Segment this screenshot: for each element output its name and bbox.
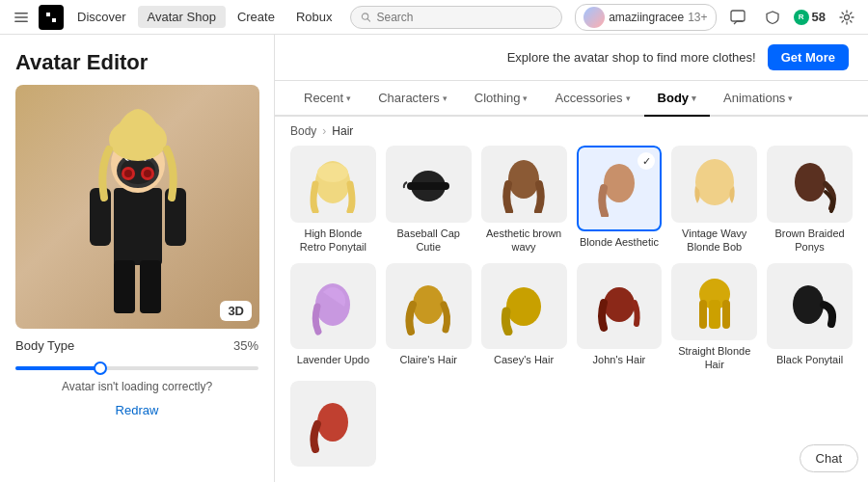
svg-rect-1 — [14, 16, 28, 18]
item-thumbnail — [290, 146, 376, 223]
item-name: Aesthetic brown wavy — [481, 227, 567, 254]
search-icon — [361, 12, 371, 23]
robux-value: 58 — [812, 10, 826, 24]
svg-rect-8 — [731, 11, 745, 21]
list-item[interactable]: Vintage Wavy Blonde Bob — [671, 146, 757, 254]
item-name: Baseball Cap Cutie — [386, 227, 472, 254]
left-panel: Avatar Editor — [0, 35, 275, 482]
chevron-down-icon: ▾ — [346, 94, 351, 103]
avatar-figure — [75, 92, 201, 323]
list-item[interactable]: ✓Blonde Aesthetic — [577, 146, 663, 254]
three-d-badge[interactable]: 3D — [220, 301, 252, 321]
breadcrumb-parent[interactable]: Body — [290, 124, 316, 138]
item-thumbnail: ✓ — [577, 146, 663, 231]
item-thumbnail — [767, 146, 853, 223]
main-content: Avatar Editor — [0, 35, 868, 482]
item-thumbnail — [671, 263, 757, 339]
tab-characters[interactable]: Characters ▾ — [365, 81, 461, 117]
list-item[interactable]: High Blonde Retro Ponytail — [290, 146, 376, 254]
nav-create[interactable]: Create — [228, 6, 285, 28]
svg-rect-30 — [407, 182, 449, 190]
svg-rect-0 — [14, 13, 28, 14]
tab-accessories[interactable]: Accessories ▾ — [541, 81, 643, 117]
tab-body[interactable]: Body ▾ — [644, 81, 711, 117]
svg-rect-42 — [709, 300, 720, 329]
settings-icon[interactable] — [833, 4, 860, 31]
list-item[interactable]: John's Hair — [577, 263, 663, 371]
list-item[interactable]: Aesthetic brown wavy — [481, 146, 567, 254]
nav-robux[interactable]: Robux — [286, 6, 342, 28]
chat-icon[interactable] — [724, 4, 751, 31]
robux-count[interactable]: R 58 — [794, 10, 826, 25]
svg-rect-12 — [140, 260, 161, 313]
svg-point-43 — [793, 285, 824, 324]
svg-line-7 — [366, 18, 369, 21]
selected-check-badge: ✓ — [637, 152, 655, 170]
list-item[interactable]: Black Ponytail — [767, 263, 853, 371]
avatar-preview: 3D — [15, 85, 259, 329]
svg-point-32 — [604, 164, 635, 202]
get-more-button[interactable]: Get More — [768, 44, 849, 70]
promo-banner: Explore the avatar shop to find more clo… — [275, 35, 868, 81]
svg-point-20 — [124, 170, 132, 177]
nav-links: Discover Avatar Shop Create Robux — [68, 6, 342, 28]
item-thumbnail — [290, 381, 376, 467]
nav-avatar-shop[interactable]: Avatar Shop — [138, 6, 226, 28]
menu-icon[interactable] — [8, 4, 35, 31]
username: amaziingracee — [609, 11, 684, 24]
list-item[interactable]: Straight Blonde Hair — [671, 263, 757, 371]
svg-rect-10 — [114, 188, 162, 265]
tab-recent-label: Recent — [304, 91, 343, 105]
svg-point-31 — [508, 160, 539, 199]
svg-rect-5 — [52, 18, 56, 22]
top-navigation: Discover Avatar Shop Create Robux amazii… — [0, 0, 868, 35]
item-thumbnail — [481, 146, 567, 223]
robux-icon: R — [794, 10, 809, 25]
avatar — [583, 7, 605, 28]
list-item[interactable]: Baseball Cap Cutie — [386, 146, 472, 254]
list-item[interactable]: Brown Braided Ponys — [767, 146, 853, 254]
tab-accessories-label: Accessories — [555, 91, 622, 105]
chat-button[interactable]: Chat — [800, 444, 858, 472]
list-item[interactable]: Casey's Hair — [481, 263, 567, 371]
item-thumbnail — [671, 146, 757, 223]
svg-point-33 — [695, 159, 734, 205]
svg-point-34 — [795, 163, 826, 201]
right-wrapper: Explore the avatar shop to find more clo… — [275, 35, 868, 482]
item-name: John's Hair — [591, 353, 648, 366]
item-name: Lavender Updo — [295, 353, 371, 366]
item-name: Black Ponytail — [774, 353, 845, 366]
body-type-slider[interactable] — [15, 366, 258, 370]
list-item[interactable]: Lavender Updo — [290, 263, 376, 371]
items-grid: High Blonde Retro PonytailBaseball Cap C… — [275, 146, 868, 482]
body-type-label: Body Type — [15, 338, 74, 353]
list-item[interactable]: Claire's Hair — [386, 263, 472, 371]
search-bar[interactable] — [350, 6, 562, 29]
redraw-button[interactable]: Redraw — [15, 403, 258, 417]
search-input[interactable] — [376, 11, 551, 24]
tab-clothing[interactable]: Clothing ▾ — [461, 81, 542, 117]
item-name: Casey's Hair — [492, 353, 556, 366]
svg-rect-11 — [114, 260, 135, 313]
slider-thumb[interactable] — [94, 362, 107, 375]
item-name: Brown Braided Ponys — [767, 227, 853, 254]
shield-icon[interactable] — [759, 4, 786, 31]
breadcrumb: Body › Hair — [275, 117, 868, 146]
list-item[interactable] — [290, 381, 376, 467]
svg-point-44 — [317, 403, 348, 442]
category-tabs: Recent ▾ Characters ▾ Clothing ▾ Accesso… — [275, 81, 868, 117]
tab-recent[interactable]: Recent ▾ — [290, 81, 365, 117]
item-name: Straight Blonde Hair — [671, 344, 757, 372]
item-thumbnail — [767, 263, 853, 349]
tab-clothing-label: Clothing — [475, 91, 521, 105]
roblox-logo[interactable] — [39, 5, 64, 30]
promo-text: Explore the avatar shop to find more clo… — [507, 50, 756, 65]
tab-animations-label: Animations — [723, 91, 785, 105]
svg-rect-2 — [14, 20, 28, 22]
nav-discover[interactable]: Discover — [68, 6, 136, 28]
tab-animations[interactable]: Animations ▾ — [710, 81, 806, 117]
user-profile-pill[interactable]: amaziingracee 13+ — [575, 4, 716, 31]
item-thumbnail — [386, 146, 472, 223]
item-name: Vintage Wavy Blonde Bob — [671, 227, 757, 254]
item-thumbnail — [386, 263, 472, 349]
